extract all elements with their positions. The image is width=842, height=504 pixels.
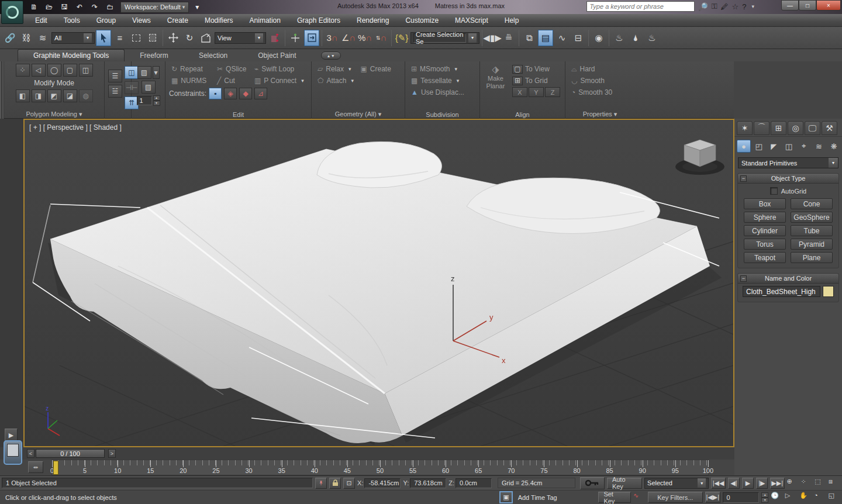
tab-graphite-modeling-tools[interactable]: Graphite Modeling Tools [18,49,125,61]
align-z-button[interactable]: Z [545,87,560,97]
orbit-icon[interactable]: ◔ [814,492,826,503]
msmooth-button[interactable]: ⊞MSmooth▾ [409,64,476,74]
set-keys-button[interactable] [580,477,605,489]
favorites-star-icon[interactable]: ☆ [732,2,739,11]
ribbon-minimize-button[interactable]: ▴▾ [321,51,341,60]
time-configuration-icon[interactable]: 🕒 [771,492,783,503]
iterations-spinner[interactable]: ▴▾ [153,95,160,105]
symmetry-tools-icon[interactable]: ☱ [108,85,122,98]
select-and-move-button[interactable] [165,30,181,46]
subdivision-footer[interactable]: Subdivision [405,111,479,118]
current-frame-field[interactable]: 0 [723,492,760,503]
set-key-button[interactable]: Set Key [598,492,631,503]
category-helpers-icon[interactable]: ⌖ [797,140,811,153]
polygon-subobject-icon[interactable]: ▢ [63,64,77,77]
tab-create[interactable]: ✶ [737,121,753,135]
communication-center-icon[interactable]: 🖉 [721,2,729,11]
z-coordinate-field[interactable]: 0.0cm [455,478,492,488]
project-folder-button[interactable]: 🗀 [103,1,117,13]
primitive-button[interactable]: Tube [791,225,833,236]
iterations-field[interactable]: 1 [137,96,152,105]
align-y-button[interactable]: Y [529,87,544,97]
primitive-button[interactable]: GeoSphere [791,212,833,223]
playback-speed-icon[interactable]: ▷ [785,492,798,503]
named-selection-sets-dropdown[interactable]: Create Selection Se ▾ [410,32,479,44]
track-prev-key-button[interactable]: < [27,449,34,458]
edit-named-selection-sets-button[interactable]: {✎} [394,30,409,46]
p-connect-button[interactable]: ▥P Connect▾ [252,75,313,86]
go-to-end-button[interactable]: ▶▶| [770,478,785,489]
sign-in-key-icon[interactable]: ⚿ [712,2,717,11]
key-filters-curve-icon[interactable]: ∿ [633,492,646,503]
rendered-frame-window-button[interactable]: 🌢 [628,30,643,46]
menu-item[interactable]: Animation [241,15,289,26]
object-color-swatch[interactable] [823,286,834,297]
selection-bracket-icon[interactable]: ⁘ [800,478,812,489]
time-slider-frame-display[interactable]: 0 / 100 [36,449,105,458]
properties-footer[interactable]: Properties ▾ [565,111,634,118]
play-animation-button[interactable]: ▶ [742,478,754,489]
menu-item[interactable]: Help [496,15,527,26]
menu-item[interactable]: Create [159,15,196,26]
category-geometry-icon[interactable]: ● [737,140,751,153]
key-mode-toggle[interactable]: |◀▶| [705,492,720,503]
select-and-link-icon[interactable]: 🔗 [2,30,18,46]
unlink-selection-icon[interactable]: ⛓ [19,30,34,46]
select-and-manipulate-button[interactable] [288,30,303,46]
maximize-button[interactable]: □ [799,0,816,11]
open-file-button[interactable]: 🗁 [42,1,56,13]
edit-footer[interactable]: Edit [165,111,311,118]
primitive-button[interactable]: Plane [791,252,833,263]
tab-hierarchy[interactable]: ⊞ [771,121,786,135]
minimize-button[interactable]: — [781,0,799,11]
repeat-button[interactable]: ↻Repeat [169,64,215,74]
chevron-down-icon[interactable]: ▾ [153,66,160,79]
category-spacewarps-icon[interactable]: ≋ [812,140,826,153]
next-modifier-icon[interactable]: ◩ [47,89,61,102]
generate-topology-icon[interactable]: ☰ [108,70,122,82]
search-icon[interactable]: 🔎 [698,2,708,11]
bind-to-spacewarp-icon[interactable]: ≋ [35,30,50,46]
zoom-extents-icon[interactable]: ⬚ [815,478,826,489]
menu-item[interactable]: Graph Editors [289,15,348,26]
menu-item[interactable]: Customize [397,15,447,26]
tab-display[interactable]: 🖵 [805,121,820,135]
rectangular-selection-region-button[interactable] [129,30,144,46]
menu-item[interactable]: Tools [56,15,88,26]
frame-spinner[interactable]: ▴▾ [761,492,768,502]
primitive-button[interactable]: Torus [744,239,786,250]
selection-lock-toggle[interactable] [329,478,341,489]
primitive-button[interactable]: Teapot [744,252,786,263]
use-soft-selection-icon[interactable]: ▨ [137,66,151,79]
select-by-name-button[interactable]: ≡ [112,30,127,46]
show-end-result-icon[interactable]: ◪ [63,89,77,102]
smooth-edges-button[interactable]: ◡Smooth [569,75,631,86]
primitive-button[interactable]: Pyramid [791,239,833,250]
select-and-rotate-button[interactable]: ↻ [182,30,197,46]
window-crossing-toggle[interactable] [145,30,160,46]
x-coordinate-field[interactable]: -58.415cm [364,478,401,488]
workspace-options-button[interactable]: ▾ [190,1,204,13]
tab-freeform[interactable]: Freeform [125,50,184,61]
viewport-layout-tab[interactable] [4,440,22,465]
keyboard-shortcut-override-toggle[interactable] [304,30,319,46]
help-chevron-icon[interactable]: ▾ [751,4,754,9]
search-input[interactable] [586,1,695,12]
add-time-tag[interactable]: Add Time Tag [515,492,584,503]
auto-key-button[interactable]: Auto Key [607,478,642,489]
collapse-rollout-icon[interactable]: − [740,175,747,182]
vertex-subobject-icon[interactable]: ⁘ [16,64,30,77]
tab-modify[interactable]: ⌒ [754,121,769,135]
category-systems-icon[interactable]: ❋ [827,140,841,153]
zoom-extents-all-icon[interactable]: ⧈ [829,478,840,489]
object-type-header[interactable]: − Object Type [738,174,838,184]
category-cameras-icon[interactable]: ◫ [782,140,796,153]
attach-button[interactable]: ⬠Attach▾ [315,75,358,86]
new-scene-button[interactable]: 🗎 [27,1,41,13]
schematic-view-button[interactable]: ⊟ [571,30,586,46]
primitive-category-dropdown[interactable]: Standard Primitives ▾ [738,157,838,168]
tab-utilities[interactable]: ⚒ [822,121,837,135]
relax-button[interactable]: ▱Relax▾ [315,64,358,74]
collapse-rollout-icon[interactable]: − [740,275,747,282]
constraint-normal-icon[interactable]: ⊿ [254,88,267,99]
